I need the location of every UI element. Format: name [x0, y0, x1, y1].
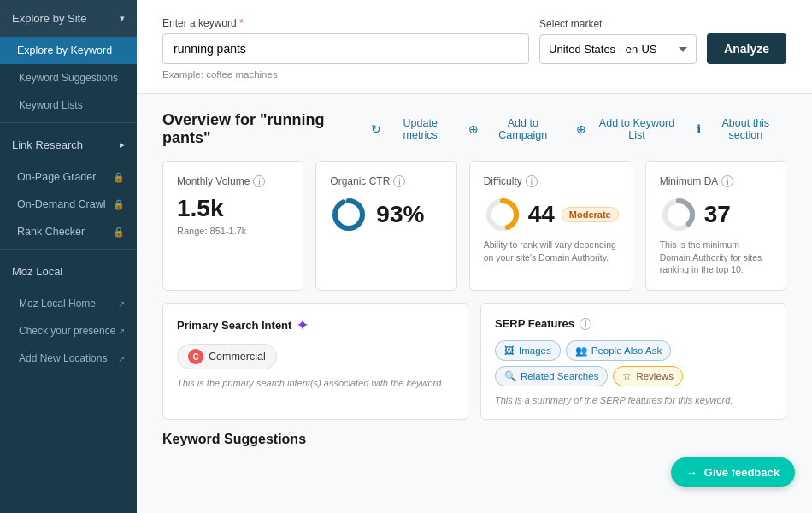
market-select[interactable]: United States - en-US United Kingdom - e… — [539, 34, 697, 64]
sidebar-divider — [0, 122, 137, 123]
serp-tag-reviews[interactable]: ☆ Reviews — [613, 366, 682, 386]
sidebar-item-add-locations[interactable]: Add New Locations ↗ — [0, 345, 137, 372]
overview-title: Overview for "running pants" — [162, 111, 371, 147]
svg-point-1 — [335, 201, 362, 228]
people-also-ask-icon: 👥 — [575, 345, 587, 357]
keyword-label: Enter a keyword * — [162, 17, 529, 29]
external-link-icon: ↗ — [118, 299, 125, 309]
sidebar-item-explore-by-keyword[interactable]: Explore by Keyword — [0, 37, 137, 64]
required-marker: * — [239, 17, 244, 29]
organic-ctr-info-icon[interactable]: i — [393, 175, 405, 187]
market-select-group: Select market United States - en-US Unit… — [539, 18, 697, 64]
intent-desc: This is the primary search intent(s) ass… — [177, 378, 454, 388]
serp-features-info-icon[interactable]: i — [580, 318, 591, 330]
images-icon: 🖼 — [504, 345, 515, 356]
about-section-button[interactable]: ℹ About this section — [697, 117, 786, 141]
content-area: Overview for "running pants" ↻ Update me… — [137, 94, 812, 513]
chevron-right-icon: ▸ — [120, 139, 125, 150]
reviews-icon: ☆ — [622, 370, 632, 382]
serp-features-card: SERP Features i 🖼 Images 👥 People Also A… — [480, 303, 786, 420]
sidebar-item-keyword-lists[interactable]: Keyword Lists — [0, 91, 137, 119]
serp-tag-related-searches[interactable]: 🔍 Related Searches — [495, 366, 608, 386]
chevron-down-icon: ▾ — [120, 13, 125, 24]
da-donut-chart — [660, 196, 697, 233]
keyword-suggestions-section: Keyword Suggestions — [162, 432, 786, 447]
monthly-volume-range: Range: 851-1.7k — [177, 226, 289, 236]
example-text: Example: coffee machines — [162, 69, 786, 80]
organic-ctr-label: Organic CTR i — [330, 175, 442, 187]
serp-tag-images[interactable]: 🖼 Images — [495, 340, 561, 361]
analyze-button[interactable]: Analyze — [707, 33, 786, 64]
add-to-keyword-list-button[interactable]: ⊕ Add to Keyword List — [576, 117, 682, 141]
primary-search-intent-title: Primary Search Intent ✦ — [177, 317, 454, 333]
organic-ctr-card: Organic CTR i 93% — [315, 161, 456, 291]
monthly-volume-value: 1.5k — [177, 196, 289, 222]
intent-tag: C Commercial — [177, 344, 277, 369]
commercial-icon: C — [188, 349, 203, 364]
sparkle-icon: ✦ — [297, 317, 308, 333]
minimum-da-value: 37 — [704, 202, 731, 228]
external-link-icon: ↗ — [118, 327, 125, 336]
sidebar-divider-2 — [0, 249, 137, 250]
sidebar: Explore by Site ▾ Explore by Keyword Key… — [0, 0, 137, 513]
plus-icon: ⊕ — [576, 122, 586, 136]
main-content: Enter a keyword * Select market United S… — [137, 0, 812, 513]
lock-icon: 🔒 — [113, 199, 125, 210]
minimum-da-card: Minimum DA i 37 This is the minimum Doma… — [645, 161, 786, 291]
difficulty-value: 44 — [528, 202, 555, 228]
difficulty-container: 44 Moderate — [484, 196, 619, 233]
sidebar-item-moz-local-home[interactable]: Moz Local Home ↗ — [0, 290, 137, 317]
overview-actions: ↻ Update metrics ⊕ Add to Campaign ⊕ Add… — [371, 117, 786, 141]
ctr-container: 93% — [330, 196, 442, 233]
give-feedback-button[interactable]: → Give feedback — [671, 457, 795, 487]
serp-desc: This is a summary of the SERP features f… — [495, 395, 772, 405]
update-metrics-button[interactable]: ↻ Update metrics — [371, 117, 455, 141]
plus-icon: ⊕ — [468, 122, 479, 136]
metrics-row: Monthly Volume i 1.5k Range: 851-1.7k Or… — [162, 161, 786, 291]
info-icon: ℹ — [697, 122, 701, 136]
sidebar-item-check-presence[interactable]: Check your presence ↗ — [0, 317, 137, 345]
minimum-da-label: Minimum DA i — [660, 175, 772, 187]
arrow-right-icon: → — [686, 466, 697, 479]
overview-header: Overview for "running pants" ↻ Update me… — [162, 111, 786, 147]
difficulty-info-icon[interactable]: i — [526, 175, 538, 187]
sidebar-item-keyword-suggestions[interactable]: Keyword Suggestions — [0, 64, 137, 91]
minimum-da-info-icon[interactable]: i — [721, 175, 733, 187]
add-to-campaign-button[interactable]: ⊕ Add to Campaign — [468, 117, 562, 141]
monthly-volume-label: Monthly Volume i — [177, 175, 289, 187]
lock-icon: 🔒 — [113, 172, 125, 183]
difficulty-badge: Moderate — [562, 207, 619, 222]
serp-tags: 🖼 Images 👥 People Also Ask 🔍 Related Sea… — [495, 340, 772, 386]
sidebar-item-link-research[interactable]: Link Research ▸ — [0, 127, 137, 163]
minimum-da-desc: This is the minimum Domain Authority for… — [660, 239, 772, 276]
serp-features-title: SERP Features i — [495, 317, 772, 330]
sidebar-item-explore-by-site[interactable]: Explore by Site ▾ — [0, 0, 137, 37]
keyword-input[interactable] — [162, 33, 529, 64]
sidebar-item-on-demand-crawl[interactable]: On-Demand Crawl 🔒 — [0, 191, 137, 218]
difficulty-label: Difficulty i — [484, 175, 619, 187]
external-link-icon: ↗ — [118, 354, 125, 363]
da-container: 37 — [660, 196, 772, 233]
organic-ctr-value: 93% — [376, 202, 424, 228]
difficulty-donut-chart — [484, 196, 521, 233]
monthly-volume-card: Monthly Volume i 1.5k Range: 851-1.7k — [162, 161, 303, 291]
market-label: Select market — [539, 18, 697, 30]
serp-tag-people-also-ask[interactable]: 👥 People Also Ask — [566, 340, 671, 361]
sidebar-item-rank-checker[interactable]: Rank Checker 🔒 — [0, 218, 137, 245]
top-input-area: Enter a keyword * Select market United S… — [137, 0, 812, 94]
bottom-row: Primary Search Intent ✦ C Commercial Thi… — [162, 303, 786, 420]
sidebar-item-on-page-grader[interactable]: On-Page Grader 🔒 — [0, 163, 137, 191]
keyword-input-group: Enter a keyword * — [162, 17, 529, 64]
refresh-icon: ↻ — [371, 122, 381, 136]
difficulty-desc: Ability to rank will vary depending on y… — [484, 239, 619, 263]
primary-search-intent-card: Primary Search Intent ✦ C Commercial Thi… — [162, 303, 468, 420]
lock-icon: 🔒 — [113, 227, 125, 238]
related-searches-icon: 🔍 — [504, 370, 516, 382]
sidebar-item-moz-local[interactable]: Moz Local — [0, 253, 137, 290]
monthly-volume-info-icon[interactable]: i — [253, 175, 265, 187]
difficulty-card: Difficulty i 44 Moderate Ability to rank… — [469, 161, 633, 291]
keyword-suggestions-title: Keyword Suggestions — [162, 432, 786, 447]
ctr-donut-chart — [330, 196, 368, 233]
